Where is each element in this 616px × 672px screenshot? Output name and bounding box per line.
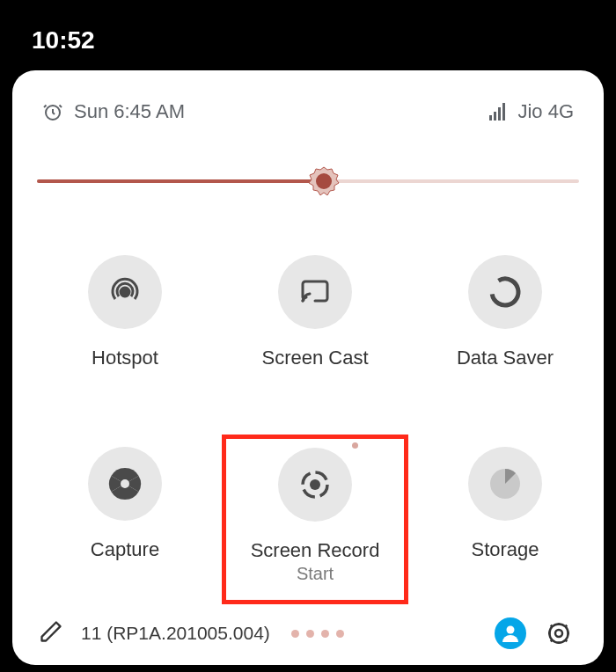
device-clock: 10:52 xyxy=(32,26,95,55)
svg-point-6 xyxy=(121,288,129,296)
datasaver-icon xyxy=(468,255,542,329)
tile-sublabel: Start xyxy=(297,564,334,584)
settings-button[interactable] xyxy=(544,618,574,648)
svg-rect-3 xyxy=(498,107,501,121)
svg-rect-4 xyxy=(502,103,505,121)
svg-point-8 xyxy=(488,274,524,310)
tile-label: Storage xyxy=(471,538,539,561)
svg-point-14 xyxy=(555,630,562,637)
tile-datasaver[interactable]: Data Saver xyxy=(417,255,593,369)
svg-rect-2 xyxy=(494,112,496,121)
status-bar: Sun 6:45 AM Jio 4G xyxy=(37,100,579,123)
highlight-indicator-dot xyxy=(352,442,358,449)
user-avatar-button[interactable] xyxy=(495,617,526,649)
alarm-icon xyxy=(42,101,63,122)
footer-bar: 11 (RP1A.201005.004) xyxy=(37,612,579,654)
slider-fill xyxy=(37,179,324,183)
tile-label: Screen Record xyxy=(251,539,380,562)
hotspot-icon xyxy=(88,255,162,329)
capture-icon xyxy=(88,447,162,521)
brightness-slider[interactable] xyxy=(37,164,579,199)
page-dot xyxy=(291,630,299,638)
svg-point-13 xyxy=(507,626,515,634)
tile-screenrecord[interactable]: Screen Record Start xyxy=(222,435,408,604)
svg-point-11 xyxy=(310,479,320,490)
screenrecord-icon xyxy=(278,448,352,522)
screencast-icon xyxy=(278,255,352,329)
tiles-grid: Hotspot Screen Cast Data Saver xyxy=(37,255,579,604)
page-dot xyxy=(321,630,329,638)
tile-label: Hotspot xyxy=(92,347,158,369)
tile-screencast[interactable]: Screen Cast xyxy=(227,255,403,369)
signal-icon xyxy=(489,103,509,121)
page-dot xyxy=(306,630,314,638)
page-dot xyxy=(336,630,344,638)
build-version: 11 (RP1A.201005.004) xyxy=(81,623,270,644)
page-indicator[interactable] xyxy=(291,630,344,638)
svg-point-9 xyxy=(121,479,129,488)
status-right: Jio 4G xyxy=(489,100,574,123)
network-label: Jio 4G xyxy=(517,100,574,123)
quick-settings-panel: Sun 6:45 AM Jio 4G xyxy=(12,70,604,665)
tile-hotspot[interactable]: Hotspot xyxy=(37,255,213,369)
status-time: Sun 6:45 AM xyxy=(74,100,185,123)
edit-button[interactable] xyxy=(39,619,63,647)
status-left: Sun 6:45 AM xyxy=(42,100,185,123)
tile-storage[interactable]: Storage xyxy=(417,447,593,604)
storage-icon xyxy=(468,447,542,521)
tile-capture[interactable]: Capture xyxy=(37,447,213,604)
slider-thumb[interactable] xyxy=(307,164,341,198)
tile-label: Capture xyxy=(91,538,159,561)
tile-label: Data Saver xyxy=(457,347,554,369)
tile-label: Screen Cast xyxy=(261,347,368,369)
svg-rect-1 xyxy=(489,115,492,121)
svg-point-15 xyxy=(549,624,568,642)
svg-point-7 xyxy=(303,299,305,302)
svg-point-5 xyxy=(316,173,332,189)
